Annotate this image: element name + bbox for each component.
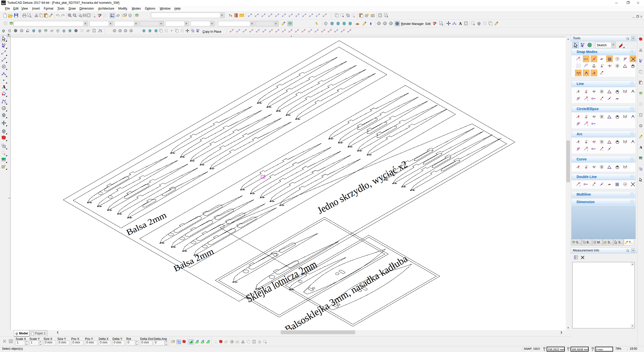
svg-text:Balsa 2mm: Balsa 2mm — [172, 246, 215, 273]
svg-text:Jedno skrzydło, wyciąć x2: Jedno skrzydło, wyciąć x2 — [315, 158, 409, 216]
svg-text:Y: Y — [587, 149, 589, 152]
svg-text:A: A — [640, 145, 642, 149]
svg-text:ABC: ABC — [433, 22, 437, 24]
svg-text:ABC: ABC — [98, 14, 102, 16]
svg-text:x: x — [587, 114, 588, 117]
svg-text:Z: Z — [592, 349, 593, 351]
svg-text:A: A — [2, 84, 6, 89]
svg-text:?: ? — [229, 13, 231, 17]
svg-text:Balsa 2mm: Balsa 2mm — [125, 210, 168, 237]
svg-text:x: x — [587, 165, 588, 167]
svg-text:x: x — [603, 64, 604, 66]
svg-text:3D: 3D — [101, 31, 102, 32]
svg-text:x: x — [595, 165, 596, 167]
svg-text:3D: 3D — [4, 102, 6, 104]
svg-text:x: x — [611, 64, 612, 66]
svg-text:Y: Y — [587, 99, 589, 101]
svg-text:Y: Y — [587, 124, 589, 126]
svg-text:X: X — [544, 349, 545, 351]
svg-text:Y: Y — [579, 185, 581, 187]
svg-text:WP: WP — [196, 340, 199, 342]
svg-text:Sklejka lotnicza 2mm: Sklejka lotnicza 2mm — [244, 258, 319, 305]
svg-text:x: x — [595, 89, 596, 92]
svg-text:x: x — [587, 140, 588, 142]
svg-text:x: x — [587, 89, 588, 92]
svg-text:Y: Y — [579, 59, 581, 62]
svg-text:x: x — [595, 114, 596, 117]
svg-text:NP: NP — [202, 340, 204, 342]
svg-text:CP: CP — [207, 340, 209, 342]
svg-text:A: A — [459, 21, 462, 26]
svg-text:x: x — [595, 140, 596, 142]
svg-text:Y: Y — [568, 349, 569, 351]
